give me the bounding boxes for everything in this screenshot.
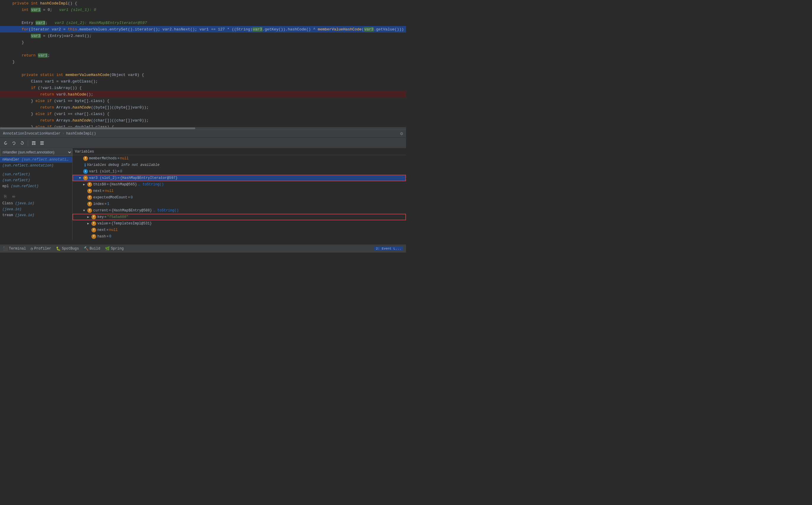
svg-rect-0 bbox=[32, 141, 35, 142]
breadcrumb-bar: AnnotationInvocationHandler › hashCodeIm… bbox=[0, 130, 406, 138]
var-icon: f bbox=[87, 189, 92, 193]
var-warning: ℹ Variables debug info not available bbox=[73, 162, 406, 168]
variables-panel: Variables f memberMethods = null ℹ Varia… bbox=[73, 148, 406, 240]
code-line bbox=[0, 13, 406, 19]
status-spotbugs[interactable]: 🐛 SpotBugs bbox=[56, 246, 79, 251]
code-line: Entry var3; var3 (slot_2): HashMap$Entry… bbox=[0, 19, 406, 26]
status-terminal[interactable]: ⬛ Terminal bbox=[3, 246, 26, 251]
var-expand-arrow: ▼ bbox=[83, 209, 87, 212]
frame-actions: ⎘ ∞ bbox=[0, 192, 72, 200]
code-line: if (!var1.isArray()) { bbox=[0, 85, 406, 91]
var-tostring-link[interactable]: … toString() bbox=[153, 208, 179, 212]
var-icon: f bbox=[87, 182, 92, 187]
code-line-error: return var0.hashCode(); bbox=[0, 91, 406, 98]
scrollbar-thumb bbox=[0, 128, 195, 129]
var-item-var3[interactable]: ▼ = var3 (slot_2) = {HashMap$EntryIterat… bbox=[73, 175, 406, 181]
terminal-icon: ⬛ bbox=[3, 246, 8, 251]
bottom-panel: nHandler (sun.reflect.annotation) nHandl… bbox=[0, 148, 406, 240]
svg-rect-2 bbox=[34, 143, 36, 143]
code-line: int var1 = 0; var1 (slot_1): 0 bbox=[0, 6, 406, 13]
code-line: var3 = (Entry)var2.next(); bbox=[0, 32, 406, 39]
var-item[interactable]: f memberMethods = null bbox=[73, 155, 406, 162]
step-over-button[interactable] bbox=[2, 140, 9, 146]
var-icon: f bbox=[92, 221, 96, 226]
status-build[interactable]: 🔨 Build bbox=[84, 246, 100, 251]
code-line: private static int memberValueHashCode(O… bbox=[0, 71, 406, 78]
frames-dropdown[interactable]: nHandler (sun.reflect.annotation) bbox=[0, 148, 72, 156]
variables-panel-header: Variables bbox=[73, 148, 406, 155]
frame-item[interactable]: Class (java.io) bbox=[0, 200, 72, 206]
frame-item[interactable]: (sun.reflect) bbox=[0, 177, 72, 183]
frame-item[interactable]: (java.io) bbox=[0, 206, 72, 212]
step-out-button[interactable] bbox=[19, 140, 25, 146]
bug-icon: 🐛 bbox=[56, 246, 61, 251]
settings-icon[interactable]: ⚙ bbox=[400, 131, 403, 137]
status-bar: ⬛ Terminal ◷ Profiler 🐛 SpotBugs 🔨 Build… bbox=[0, 244, 406, 252]
editor-scrollbar[interactable] bbox=[0, 127, 406, 130]
var-item[interactable]: ▼ f current = {HashMap$Entry@588} … toSt… bbox=[73, 207, 406, 214]
code-line: return Arrays.hashCode((char[])((char[])… bbox=[0, 117, 406, 124]
var-item[interactable]: i var1 (slot_1) = 0 bbox=[73, 168, 406, 175]
var-expand-arrow: ▶ bbox=[83, 183, 87, 186]
var-icon: i bbox=[83, 169, 88, 174]
event-badge[interactable]: 2: Event L... bbox=[374, 246, 403, 251]
var-icon: f bbox=[92, 215, 96, 219]
frame-item[interactable]: mpl (sun.reflect) bbox=[0, 183, 72, 189]
copy-button[interactable]: ⎘ bbox=[2, 193, 8, 199]
code-editor: private int hashCodeImpl() { int var1 = … bbox=[0, 0, 406, 127]
svg-rect-4 bbox=[34, 144, 36, 145]
var-expand-arrow: ▶ bbox=[87, 215, 92, 219]
profiler-icon: ◷ bbox=[31, 246, 33, 251]
svg-rect-3 bbox=[32, 144, 34, 145]
code-line-highlighted: for(Iterator var2 = this.memberValues.en… bbox=[0, 26, 406, 32]
status-spring[interactable]: 🌿 Spring bbox=[105, 246, 124, 251]
frame-spacer bbox=[0, 189, 72, 192]
code-line: } bbox=[0, 39, 406, 45]
breadcrumb-separator: › bbox=[62, 132, 64, 136]
code-line: private int hashCodeImpl() { bbox=[0, 0, 406, 6]
var-tostring-link[interactable]: … toString() bbox=[138, 182, 164, 187]
var-icon: f bbox=[92, 228, 96, 232]
var-item[interactable]: f next = null bbox=[73, 227, 406, 233]
build-icon: 🔨 bbox=[84, 246, 89, 251]
var-icon: = bbox=[83, 176, 88, 180]
code-line: return Arrays.hashCode((byte[])((byte[])… bbox=[0, 104, 406, 111]
var-item-key[interactable]: ▶ f key = "f5a5a608" bbox=[73, 214, 406, 220]
step-into-button[interactable] bbox=[11, 140, 17, 146]
frame-item[interactable]: (sun.reflect.annotation) bbox=[0, 163, 72, 169]
toolbar-separator bbox=[28, 140, 28, 146]
frame-item[interactable]: tream (java.io) bbox=[0, 212, 72, 218]
code-line: Class var1 = var0.getClass(); bbox=[0, 78, 406, 85]
var-icon: f bbox=[87, 202, 92, 206]
var-icon: f bbox=[87, 195, 92, 200]
var-icon: f bbox=[92, 234, 96, 239]
frame-item[interactable]: (sun.reflect) bbox=[0, 171, 72, 177]
code-line: } else if (var1 == double[].class) { bbox=[0, 124, 406, 127]
var-item[interactable]: f expectedModCount = 0 bbox=[73, 194, 406, 201]
code-line bbox=[0, 45, 406, 52]
var-icon: f bbox=[83, 156, 88, 161]
status-profiler[interactable]: ◷ Profiler bbox=[31, 246, 51, 251]
var-expand-arrow: ▼ bbox=[79, 176, 83, 180]
variables-tree: f memberMethods = null ℹ Variables debug… bbox=[73, 155, 406, 240]
var-item[interactable]: f next = null bbox=[73, 188, 406, 194]
code-line: } bbox=[0, 58, 406, 65]
evaluate-button[interactable]: ∞ bbox=[11, 193, 17, 199]
var-icon: f bbox=[87, 208, 92, 213]
table-view-button[interactable] bbox=[30, 140, 37, 146]
var-item[interactable]: ▶ f value = {TemplatesImpl@531} bbox=[73, 220, 406, 227]
debug-toolbar bbox=[0, 138, 406, 148]
var-item[interactable]: f hash = 0 bbox=[73, 233, 406, 240]
frame-item[interactable]: nHandler (sun.reflect.annotation) bbox=[0, 157, 72, 163]
breadcrumb-item-2[interactable]: hashCodeImpl() bbox=[66, 132, 96, 136]
svg-rect-6 bbox=[40, 143, 44, 143]
var-item[interactable]: ▶ f this$0 = {HashMap@565} … toString() bbox=[73, 181, 406, 188]
var-expand-arrow: ▶ bbox=[87, 222, 92, 225]
breadcrumb: AnnotationInvocationHandler › hashCodeIm… bbox=[3, 132, 96, 136]
list-view-button[interactable] bbox=[39, 140, 45, 146]
frame-spacer bbox=[0, 169, 72, 171]
status-right: 2: Event L... bbox=[374, 246, 403, 251]
code-line: return var1; bbox=[0, 52, 406, 58]
var-item[interactable]: f index = 1 bbox=[73, 201, 406, 207]
breadcrumb-item-1[interactable]: AnnotationInvocationHandler bbox=[3, 132, 61, 136]
